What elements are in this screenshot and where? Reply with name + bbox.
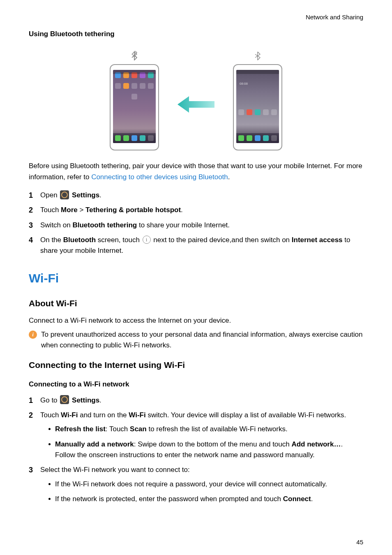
section-title-bt-tethering: Using Bluetooth tethering (29, 29, 363, 39)
sub-bullets: If the Wi-Fi network does not require a … (48, 479, 363, 505)
text: to share your mobile Internet. (137, 221, 230, 229)
text-bold: Refresh the list (55, 425, 106, 433)
step-1: Go to Settings. (29, 395, 363, 406)
page-number: 45 (356, 537, 363, 547)
heading-wifi: Wi-Fi (29, 269, 363, 288)
bluetooth-icon (253, 51, 263, 61)
svg-marker-0 (178, 96, 214, 113)
settings-icon (60, 190, 69, 199)
text-bold: Wi-Fi (61, 411, 78, 419)
text: screen, touch (96, 236, 142, 244)
info-icon (143, 236, 151, 244)
steps-wifi-connect: Go to Settings. Touch Wi-Fi and turn on … (29, 395, 363, 505)
text-bold: Scan (130, 425, 147, 433)
subheading-connecting-network: Connecting to a Wi-Fi network (29, 379, 363, 390)
text: Touch (40, 411, 61, 419)
settings-icon (60, 395, 69, 404)
illustration-bt-tether: 08:08 (110, 48, 282, 150)
step-4: On the Bluetooth screen, touch next to t… (29, 235, 363, 257)
text: Open (40, 191, 59, 199)
link-connecting-bluetooth[interactable]: Connecting to other devices using Blueto… (91, 173, 228, 181)
heading-connecting-wifi: Connecting to the Internet using Wi-Fi (29, 358, 363, 372)
text: Switch on (40, 221, 72, 229)
text-bold: Internet access (292, 236, 343, 244)
text: . (99, 191, 101, 199)
step-3: Switch on Bluetooth tethering to share y… (29, 220, 363, 231)
text-bold: Settings (72, 396, 99, 404)
text-bold: Manually add a network (55, 440, 134, 448)
text: : Swipe down to the bottom of the menu a… (134, 440, 292, 448)
step-2: Touch More > Tethering & portable hotspo… (29, 205, 363, 215)
paragraph-bt-intro: Before using Bluetooth tethering, pair y… (29, 161, 363, 183)
phone-right-group: 08:08 (233, 51, 282, 150)
text: and turn on the (78, 411, 129, 419)
text: . (228, 173, 230, 181)
arrow-icon (178, 92, 214, 117)
text-bold: Bluetooth (63, 236, 96, 244)
phone-mock-right: 08:08 (233, 64, 282, 150)
text: : Touch (106, 425, 130, 433)
phone-mock-left (110, 64, 159, 150)
text: Touch (40, 206, 61, 214)
text: switch. Your device will display a list … (146, 411, 346, 419)
text-bold: Tethering & portable hotspot (85, 206, 181, 214)
text: . (311, 495, 313, 503)
heading-about-wifi: About Wi-Fi (29, 297, 363, 310)
breadcrumb: Network and Sharing (306, 12, 363, 22)
phone-left-group (110, 51, 159, 150)
paragraph-about-wifi: Connect to a Wi-Fi network to access the… (29, 315, 363, 326)
text-bold: More (61, 206, 78, 214)
text: . (181, 206, 183, 214)
text-bold: Settings (72, 191, 99, 199)
text-bold: Wi-Fi (129, 411, 145, 419)
bullet-add-network: Manually add a network: Swipe down to th… (48, 439, 363, 461)
note-icon (29, 331, 37, 339)
text: to refresh the list of available Wi-Fi n… (147, 425, 288, 433)
text-bold: Bluetooth tethering (72, 221, 137, 229)
bluetooth-icon (129, 51, 139, 61)
note-text: To prevent unauthorized access to your p… (41, 329, 363, 351)
text: > (78, 206, 85, 214)
text: Go to (40, 396, 59, 404)
bullet-refresh: Refresh the list: Touch Scan to refresh … (48, 424, 363, 435)
steps-bt-tethering: Open Settings. Touch More > Tethering & … (29, 190, 363, 257)
step-1: Open Settings. (29, 190, 363, 201)
text-bold: Connect (283, 495, 311, 503)
text: If the Wi-Fi network does not require a … (55, 480, 327, 488)
text: If the network is protected, enter the p… (55, 495, 283, 503)
bullet-no-password: If the Wi-Fi network does not require a … (48, 479, 363, 490)
text-bold: Add network… (291, 440, 341, 448)
bullet-protected: If the network is protected, enter the p… (48, 494, 363, 504)
step-2: Touch Wi-Fi and turn on the Wi-Fi switch… (29, 410, 363, 460)
sub-bullets: Refresh the list: Touch Scan to refresh … (48, 424, 363, 460)
note-caution: To prevent unauthorized access to your p… (29, 329, 363, 351)
text: next to the paired device,and then switc… (152, 236, 292, 244)
text: . (99, 396, 101, 404)
text: Select the Wi-Fi network you want to con… (40, 466, 190, 474)
text: On the (40, 236, 63, 244)
step-3: Select the Wi-Fi network you want to con… (29, 465, 363, 504)
